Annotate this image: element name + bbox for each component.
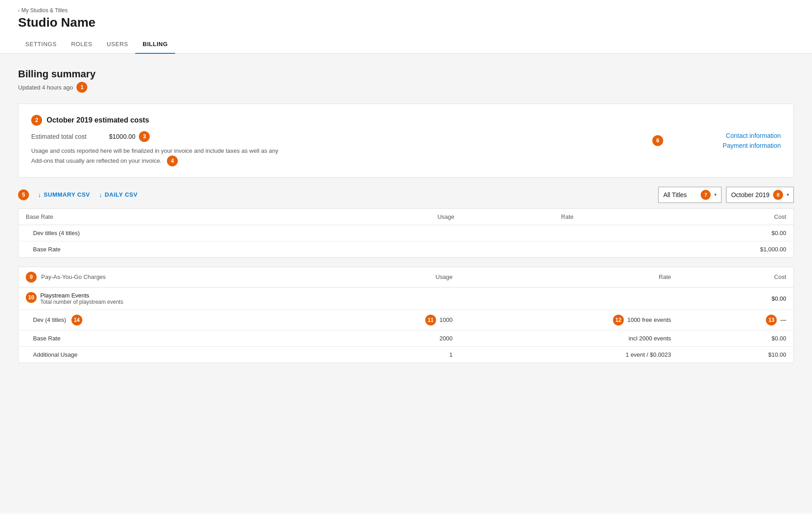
base-rate-row-cost: $1,000.00 <box>581 241 794 257</box>
badge-6: 6 <box>652 135 663 146</box>
description-line2-text: Add-ons that usually are reflected on yo… <box>31 157 161 164</box>
tabs-nav: SETTINGS ROLES USERS BILLING <box>0 35 812 54</box>
dev-titles-rate <box>462 225 581 241</box>
payment-information-link[interactable]: Payment information <box>723 142 781 149</box>
summary-csv-label: SUMMARY CSV <box>44 191 90 198</box>
summary-csv-link[interactable]: ↓ SUMMARY CSV <box>38 191 90 198</box>
download-icon-summary: ↓ <box>38 191 42 198</box>
breadcrumb-arrow-icon: ‹ <box>18 8 19 13</box>
playstream-events-usage <box>325 287 460 310</box>
main-content: Billing summary Updated 4 hours ago 1 2 … <box>0 54 812 514</box>
additional-usage-row: Additional Usage 1 1 event / $0.0023 $10… <box>19 346 794 363</box>
badge-11: 11 <box>425 315 436 325</box>
badge-3: 3 <box>139 131 150 142</box>
base-rate-2-cost: $0.00 <box>679 330 794 346</box>
payasyougo-title: Pay-As-You-Go Charges <box>41 274 106 280</box>
base-rate-2-label: Base Rate <box>19 330 326 346</box>
dev-4titles-cost: 13 — <box>679 310 794 330</box>
billing-summary-header: Billing summary Updated 4 hours ago 1 <box>18 68 794 93</box>
estimated-costs-title: October 2019 estimated costs <box>47 116 149 124</box>
month-filter[interactable]: October 2019 8 ▾ <box>726 187 794 203</box>
payasyougo-header-row: 9 Pay-As-You-Go Charges Usage Rate Cost <box>19 267 794 287</box>
dev-4titles-usage: 11 1000 <box>325 310 460 330</box>
badge-4: 4 <box>167 156 178 166</box>
badge-10: 10 <box>26 292 37 303</box>
estimated-total-row: Estimated total cost $1000.00 3 <box>31 131 781 142</box>
tab-billing[interactable]: BILLING <box>135 35 175 54</box>
additional-usage-cost: $10.00 <box>679 346 794 363</box>
dev-4titles-cost-val: — <box>780 316 786 323</box>
badge-1: 1 <box>76 82 87 93</box>
chevron-down-icon-month: ▾ <box>787 192 789 197</box>
estimated-total-label: Estimated total cost <box>31 133 104 140</box>
base-rate-2-rate: incl 2000 events <box>460 330 678 346</box>
estimated-total-amount: $1000.00 <box>109 133 135 140</box>
badge-8: 8 <box>773 190 783 200</box>
badge-9: 9 <box>26 272 37 283</box>
side-links: 6 Contact information Payment informatio… <box>723 132 781 149</box>
month-filter-text: October 2019 <box>731 191 769 198</box>
csv-links: 5 ↓ SUMMARY CSV ↓ DAILY CSV <box>18 189 138 200</box>
tab-roles[interactable]: ROLES <box>64 35 100 54</box>
filters: All Titles 7 ▾ October 2019 8 ▾ <box>658 187 794 203</box>
cost-col-header: Cost <box>581 208 794 225</box>
tab-settings[interactable]: SETTINGS <box>18 35 64 54</box>
estimated-total-value: $1000.00 3 <box>109 131 150 142</box>
dev-titles-label: Dev titles (4 titles) <box>19 225 323 241</box>
chevron-down-icon-titles: ▾ <box>714 192 717 197</box>
titles-filter[interactable]: All Titles 7 ▾ <box>658 187 722 203</box>
base-rate-row: Base Rate $1,000.00 <box>19 241 794 257</box>
description-line1: Usage and costs reported here will be fi… <box>31 147 278 154</box>
badge-12: 12 <box>613 315 624 325</box>
base-rate-row-label: Base Rate <box>19 241 323 257</box>
updated-text: Updated 4 hours ago <box>18 84 73 91</box>
dev-4titles-rate: 12 1000 free events <box>460 310 678 330</box>
dev-4titles-usage-val: 1000 <box>439 316 452 323</box>
dev-4titles-label: Dev (4 titles) <box>33 316 66 323</box>
base-rate-2-row: Base Rate 2000 incl 2000 events $0.00 <box>19 330 794 346</box>
base-rate-header-row: Base Rate Usage Rate Cost <box>19 208 794 225</box>
daily-csv-label: DAILY CSV <box>105 191 138 198</box>
top-bar: ‹ My Studios & Titles Studio Name <box>0 0 812 30</box>
playstream-events-subtitle: Total number of playstream events <box>40 299 123 305</box>
dev-4titles-label-cell: Dev (4 titles) 14 <box>19 310 326 330</box>
estimated-costs-header: 2 October 2019 estimated costs <box>31 115 781 126</box>
dev-titles-usage <box>323 225 462 241</box>
description-line2: Add-ons that usually are reflected on yo… <box>31 157 178 164</box>
breadcrumb-label: My Studios & Titles <box>21 7 67 14</box>
payasyougo-cost-header: Cost <box>679 267 794 287</box>
base-rate-row-rate <box>462 241 581 257</box>
titles-filter-text: All Titles <box>663 191 697 198</box>
billing-updated: Updated 4 hours ago 1 <box>18 82 794 93</box>
tab-users[interactable]: USERS <box>100 35 135 54</box>
payasyougo-rate-header: Rate <box>460 267 678 287</box>
playstream-events-cost: $0.00 <box>679 287 794 310</box>
daily-csv-link[interactable]: ↓ DAILY CSV <box>99 191 138 198</box>
badge-7: 7 <box>701 190 711 200</box>
estimated-costs-card: 2 October 2019 estimated costs Estimated… <box>18 104 794 178</box>
badge-5: 5 <box>18 189 29 200</box>
playstream-events-rate <box>460 287 678 310</box>
payasyougo-col-header: 9 Pay-As-You-Go Charges <box>19 267 326 287</box>
actions-row: 5 ↓ SUMMARY CSV ↓ DAILY CSV All Titles 7… <box>18 187 794 203</box>
usage-col-header: Usage <box>323 208 462 225</box>
badge-14: 14 <box>71 315 82 325</box>
badge-13: 13 <box>766 315 777 325</box>
additional-usage-usage: 1 <box>325 346 460 363</box>
additional-usage-label: Additional Usage <box>19 346 326 363</box>
playstream-events-label: Playstream Events <box>40 292 123 299</box>
base-rate-col-header: Base Rate <box>19 208 323 225</box>
contact-information-link[interactable]: Contact information <box>726 132 781 139</box>
breadcrumb[interactable]: ‹ My Studios & Titles <box>18 7 794 14</box>
rate-col-header: Rate <box>462 208 581 225</box>
base-rate-row-usage <box>323 241 462 257</box>
dev-4titles-row: Dev (4 titles) 14 11 1000 12 1000 free e… <box>19 310 794 330</box>
billing-summary-title: Billing summary <box>18 68 794 80</box>
dev-titles-row: Dev titles (4 titles) $0.00 <box>19 225 794 241</box>
base-rate-2-usage: 2000 <box>325 330 460 346</box>
playstream-events-row: 10 Playstream Events Total number of pla… <box>19 287 794 310</box>
additional-usage-rate: 1 event / $0.0023 <box>460 346 678 363</box>
playstream-events-cell: 10 Playstream Events Total number of pla… <box>19 287 326 310</box>
payasyougo-usage-header: Usage <box>325 267 460 287</box>
payasyougo-table: 9 Pay-As-You-Go Charges Usage Rate Cost … <box>18 267 794 363</box>
